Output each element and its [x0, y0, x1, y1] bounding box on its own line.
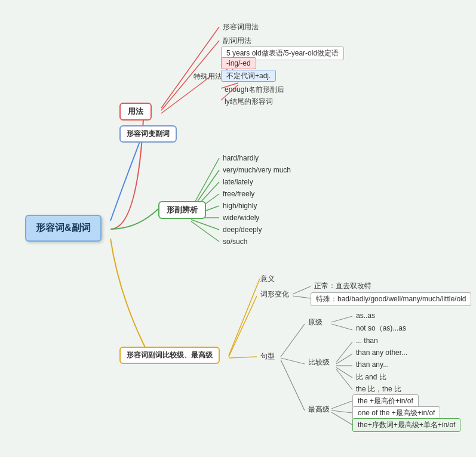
comp-1: than any other...	[352, 347, 411, 358]
svg-line-20	[293, 296, 311, 298]
special-child-2-label: 不定代词+adj.	[221, 70, 276, 82]
dist-5: wide/widely	[219, 212, 263, 223]
dist-6: deep/deeply	[219, 224, 265, 235]
svg-line-23	[281, 360, 305, 410]
adj-usage-label: 形容词用法	[219, 21, 262, 33]
svg-line-18	[229, 357, 257, 358]
dist-4-label: high/highly	[219, 200, 260, 211]
morph-special: 特殊：bad/badly/good/well/many/much/little/…	[311, 292, 471, 306]
svg-line-14	[191, 220, 219, 230]
special-usage-node: 特殊用法	[190, 70, 226, 83]
original-0: as..as	[352, 310, 379, 321]
main-node: 形容词&副词	[25, 215, 102, 242]
original-node: 原级	[305, 316, 326, 329]
special-usage-label: 特殊用法	[190, 70, 226, 83]
morph-normal-label: 正常：直去双改特	[311, 280, 375, 292]
adj-usage-node: 形容词用法	[219, 21, 262, 33]
original-1-label: not so（as)...as	[352, 322, 410, 335]
dist-1: very/much/very much	[219, 165, 294, 175]
comp-3-label: 比 and 比	[352, 371, 390, 384]
comp-4-label: the 比，the 比	[352, 383, 405, 396]
meaning-node: 意义	[257, 273, 278, 285]
special-child-3: enough名前形副后	[221, 84, 288, 96]
svg-line-19	[293, 286, 311, 294]
usage-node: 用法	[119, 103, 152, 121]
original-0-label: as..as	[352, 310, 379, 321]
sentence-label: 句型	[257, 350, 278, 363]
comparative-node: 比较级	[305, 356, 333, 369]
original-label: 原级	[305, 316, 326, 329]
svg-line-0	[161, 27, 219, 108]
dist-6-label: deep/deeply	[219, 224, 265, 235]
meaning-label: 意义	[257, 273, 278, 285]
adv-usage-node: 副词用法	[219, 35, 255, 47]
svg-line-29	[336, 368, 352, 378]
special-child-3-label: enough名前形副后	[221, 84, 288, 96]
morph-normal: 正常：直去双改特	[311, 280, 375, 292]
super-2-label: the+序数词+最高级+单名+in/of	[352, 418, 460, 432]
adj-to-adv-node: 形容词变副词	[119, 125, 177, 143]
svg-line-31	[331, 401, 352, 409]
main-label: 形容词&副词	[25, 215, 102, 242]
comparison-node: 形容词副词比较级、最高级	[119, 347, 220, 364]
comp-1-label: than any other...	[352, 347, 411, 358]
dist-7-label: so/such	[219, 236, 251, 247]
special-child-4: ly结尾的形容词	[221, 95, 277, 108]
svg-line-15	[191, 221, 219, 242]
svg-line-22	[281, 358, 305, 364]
dist-2-label: late/lately	[219, 177, 257, 187]
original-1: not so（as)...as	[352, 322, 410, 335]
morph-node: 词形变化	[257, 288, 293, 301]
comp-3: 比 and 比	[352, 371, 390, 384]
superlative-node: 最高级	[305, 403, 333, 416]
dist-3: free/freely	[219, 189, 258, 199]
dist-0: hard/hardly	[219, 153, 262, 163]
svg-line-17	[229, 296, 257, 357]
svg-line-33	[331, 412, 352, 425]
svg-line-16	[229, 279, 260, 356]
dist-2: late/lately	[219, 177, 257, 187]
dist-3-label: free/freely	[219, 189, 258, 199]
comp-0-label: ... than	[352, 335, 382, 346]
comp-2-label: than any...	[352, 359, 392, 370]
svg-line-27	[336, 354, 352, 364]
dist-1-label: very/much/very much	[219, 165, 294, 175]
distinguish-label: 形副辨析	[158, 201, 206, 219]
svg-line-25	[331, 324, 352, 330]
comparison-label: 形容词副词比较级、最高级	[119, 347, 220, 364]
dist-4: high/highly	[219, 200, 260, 211]
sentence-node: 句型	[257, 350, 278, 363]
dist-0-label: hard/hardly	[219, 153, 262, 163]
superlative-label: 最高级	[305, 403, 333, 416]
super-2: the+序数词+最高级+单名+in/of	[352, 418, 460, 432]
special-child-1: -ing/-ed	[221, 59, 256, 67]
svg-line-2	[161, 78, 209, 113]
special-child-1-label: -ing/-ed	[221, 57, 256, 69]
dist-5-label: wide/widely	[219, 212, 263, 223]
special-child-2: 不定代词+adj.	[221, 71, 276, 81]
morph-special-label: 特殊：bad/badly/good/well/many/much/little/…	[311, 292, 471, 306]
usage-label: 用法	[119, 103, 152, 121]
svg-line-24	[331, 316, 352, 322]
svg-line-26	[336, 342, 352, 362]
svg-line-32	[331, 410, 352, 413]
comp-0: ... than	[352, 335, 382, 346]
special-child-4-label: ly结尾的形容词	[221, 95, 277, 108]
comp-4: the 比，the 比	[352, 383, 405, 396]
adj-to-adv-label: 形容词变副词	[119, 125, 177, 143]
distinguish-node: 形副辨析	[158, 201, 206, 219]
comp-2: than any...	[352, 359, 392, 370]
comparative-label: 比较级	[305, 356, 333, 369]
adv-usage-label: 副词用法	[219, 35, 255, 47]
svg-line-21	[281, 324, 305, 357]
svg-line-30	[336, 369, 352, 390]
morph-label: 词形变化	[257, 288, 293, 301]
dist-7: so/such	[219, 236, 251, 247]
